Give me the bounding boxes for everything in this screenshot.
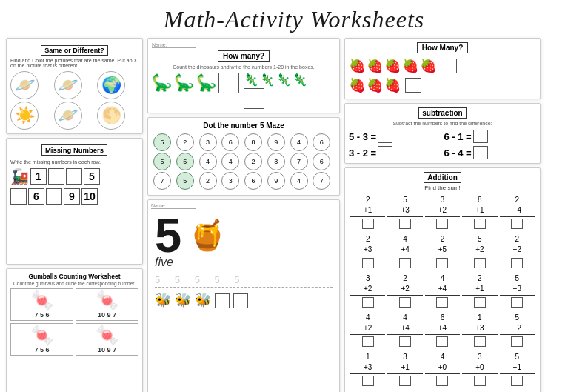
big-number-5: 5 xyxy=(155,211,181,259)
add-p-4-5: 5+2 xyxy=(500,313,535,350)
dot-2-2: 2 xyxy=(244,153,262,170)
sub-eq-1: 5 - 3 = xyxy=(349,131,376,142)
beehive-display: 🍯 xyxy=(189,218,226,253)
how-many-subtitle: Count the dinosaurs and write the number… xyxy=(152,64,335,70)
add-p-3-4: 2+1 xyxy=(462,273,497,310)
train-icon: 🚂 xyxy=(10,167,29,185)
image-3: 🌍 xyxy=(97,71,125,99)
add-p-1-1: 2+1 xyxy=(350,195,385,232)
add-p-2-2: 4+4 xyxy=(387,234,422,271)
addition-card: Addition Find the sum! 2+1 5+3 xyxy=(344,167,541,392)
dot-6-2: 6 xyxy=(313,133,330,151)
bee-3: 🐝 xyxy=(195,292,211,308)
subtraction-card: subtraction Subtract the numbers to find… xyxy=(344,103,541,164)
gumball-item-4: 🍬 10 9 7 xyxy=(76,323,138,356)
num-box-8: 9 xyxy=(64,188,80,205)
add-p-5-4: 3+0 xyxy=(462,352,497,389)
subtraction-subtitle: Subtract the numbers to find the differe… xyxy=(349,121,536,126)
image-4: ☀️ xyxy=(10,102,39,130)
dot-2-3: 2 xyxy=(199,172,217,190)
answer-box-2[interactable] xyxy=(473,130,488,143)
title-area: Math-Activity Worksheets xyxy=(0,0,588,38)
sub-eq-2: 6 - 1 = xyxy=(444,131,472,142)
column-1: Same or Different? Find and Color the pi… xyxy=(6,38,143,392)
answer-box-3[interactable] xyxy=(378,146,392,159)
dot-3-3: 3 xyxy=(221,172,239,190)
dino-group-2: 🦎 🦎 🦎 🦎 xyxy=(244,73,318,109)
sub-prob-4: 6 - 4 = xyxy=(444,146,537,159)
subtraction-problems: 5 - 3 = 6 - 1 = 3 - 2 = 6 - 4 = xyxy=(349,130,536,159)
subtraction-title: subtraction xyxy=(418,107,466,119)
sub-eq-3: 3 - 2 = xyxy=(349,147,376,159)
gumball-item-3: 🍬 7 5 6 xyxy=(10,323,73,356)
num-box-5 xyxy=(10,188,27,205)
answer-box-4[interactable] xyxy=(473,146,488,159)
add-p-3-1: 3+2 xyxy=(350,273,385,310)
dot-8-1: 8 xyxy=(244,133,262,151)
image-2: 🪐 xyxy=(54,71,82,99)
add-p-5-3: 4+0 xyxy=(425,352,460,389)
gumball-nums-2: 10 9 7 xyxy=(78,311,136,319)
num-box-2 xyxy=(48,168,64,185)
add-p-1-2: 5+3 xyxy=(387,195,422,232)
dot-6-1: 6 xyxy=(221,133,239,151)
sub-prob-2: 6 - 1 = xyxy=(444,130,537,143)
image-5: 🪐 xyxy=(54,102,82,130)
dino-group: 🦕 🦕 🦕 xyxy=(152,73,239,93)
content-grid: Same or Different? Find and Color the pi… xyxy=(0,38,588,387)
dino-g5: 🦎 xyxy=(293,73,307,87)
how-many-title: How many? xyxy=(218,50,270,62)
add-p-1-5: 2+4 xyxy=(500,195,535,232)
dino-1: 🦕 xyxy=(152,73,172,93)
num-box-1: 1 xyxy=(30,168,47,185)
dot-5-4: 5 xyxy=(176,172,194,190)
count-box-2 xyxy=(244,88,264,109)
dot-5-1: 5 xyxy=(153,133,171,151)
same-diff-images: 🪐 🪐 🌍 ☀️ 🪐 🌕 xyxy=(10,71,138,130)
dino-2: 🦕 xyxy=(174,73,194,93)
strawberry-2: 🍓 xyxy=(367,58,383,74)
dot-4-3: 4 xyxy=(221,153,239,170)
dot-6-4: 6 xyxy=(244,172,262,190)
dino-3: 🦕 xyxy=(196,73,216,93)
add-p-3-2: 2+2 xyxy=(387,273,422,310)
addition-subtitle: Find the sum! xyxy=(349,185,536,191)
column-3: How Many? 🍓 🍓 🍓 🍓 🍓 🍓 🍓 🍓 xyxy=(344,38,541,392)
add-p-5-5: 5+1 xyxy=(500,352,535,389)
add-p-3-5: 5+3 xyxy=(500,273,535,310)
gumball-item-1: 🍬 7 5 6 xyxy=(10,288,73,321)
bee-count-box-1 xyxy=(215,293,230,308)
dot-maze-title: Dot the number 5 Maze xyxy=(152,122,335,130)
dot-4-1: 4 xyxy=(290,133,308,151)
bee-count-box-2 xyxy=(233,293,248,308)
dot-6-3: 6 xyxy=(313,153,330,170)
strawberry-1: 🍓 xyxy=(349,58,365,74)
missing-numbers-title: Missing Numbers xyxy=(41,144,107,156)
gumball-nums-4: 10 9 7 xyxy=(78,346,136,353)
dot-maze-card: Dot the number 5 Maze 5 2 3 6 8 9 4 6 5 … xyxy=(147,117,340,196)
add-p-2-4: 5+2 xyxy=(462,234,497,271)
straw-r-2-2: 🍓 xyxy=(367,77,383,93)
add-p-1-4: 8+1 xyxy=(462,195,497,232)
gumball-item-2: 🍬 10 9 7 xyxy=(76,288,138,321)
add-p-2-5: 2+2 xyxy=(500,234,535,271)
dot-7-3: 7 xyxy=(313,172,330,190)
how-many-strawberries-card: How Many? 🍓 🍓 🍓 🍓 🍓 🍓 🍓 🍓 xyxy=(344,38,541,99)
answer-box-1[interactable] xyxy=(378,130,392,143)
add-p-5-2: 3+1 xyxy=(387,352,422,389)
same-diff-title: Same or Different? xyxy=(41,45,108,56)
add-p-4-1: 4+2 xyxy=(350,313,385,350)
gumball-machine-4: 🍬 xyxy=(78,325,136,345)
gumball-title: Gumballs Counting Worksheet xyxy=(10,273,138,280)
num-box-6: 6 xyxy=(28,188,44,205)
missing-numbers-card: Missing Numbers Write the missing number… xyxy=(6,138,143,265)
num-box-4: 5 xyxy=(84,168,100,185)
same-diff-subtitle: Find and Color the pictures that are the… xyxy=(10,58,138,68)
add-p-3-3: 4+4 xyxy=(425,273,460,310)
gumball-nums-1: 7 5 6 xyxy=(13,311,71,319)
straw-r-2-3: 🍓 xyxy=(384,77,401,93)
add-p-2-3: 2+5 xyxy=(425,234,460,271)
num-box-9: 10 xyxy=(81,188,98,205)
dot-3-2: 3 xyxy=(267,153,285,170)
page-title: Math-Activity Worksheets xyxy=(0,6,588,33)
